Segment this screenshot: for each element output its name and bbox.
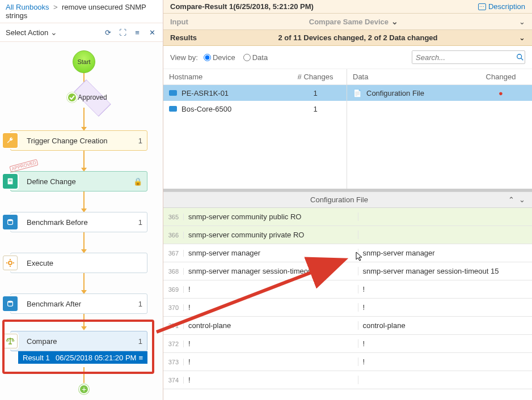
diff-left: control-plane: [184, 321, 358, 330]
step-count: 1: [138, 300, 142, 308]
changed-dot-icon: ●: [475, 89, 526, 97]
step-benchmark-after[interactable]: Benchmark After 1: [10, 293, 147, 314]
diff-row: 367snmp-server managersnmp-server manage…: [163, 244, 532, 262]
step-compare[interactable]: Compare 1: [10, 331, 147, 351]
right-panel: Compare-Result 1(6/25/2018, 5:21:20 PM) …: [163, 0, 532, 400]
device-table: Hostname # Changes PE-ASR1K-01 1 Bos-Cor…: [163, 69, 532, 192]
svg-rect-1: [9, 180, 11, 180]
diff-left: snmp-server manager: [184, 249, 358, 257]
step-execute[interactable]: Execute: [10, 253, 147, 273]
line-number: 367: [163, 250, 184, 257]
diff-right: snmp-server manager session-timeout 15: [358, 267, 533, 275]
connector-line: [83, 314, 85, 326]
line-number: 370: [163, 304, 184, 311]
step-title: Trigger Change Creation: [27, 137, 108, 145]
step-define-change[interactable]: APPROVED Define Change 🔒: [10, 171, 147, 192]
refresh-icon[interactable]: ⟳: [103, 27, 113, 37]
device-name: PE-ASR1K-01: [181, 89, 229, 97]
diff-row: 366snmp-server community private RO: [163, 226, 532, 244]
diff-row: 365snmp-server community public RO: [163, 208, 532, 226]
device-row[interactable]: PE-ASR1K-01 1: [163, 85, 347, 101]
connector-line: [83, 367, 85, 383]
viewby-device-radio[interactable]: Device: [204, 53, 235, 62]
diff-left: snmp-server community private RO: [184, 231, 358, 239]
database-icon: [3, 296, 18, 311]
step-trigger-change[interactable]: Trigger Change Creation 1: [10, 130, 147, 151]
diff-left: snmp-server community public RO: [184, 212, 358, 221]
viewby-data-radio[interactable]: Data: [243, 53, 268, 62]
close-icon[interactable]: ✕: [147, 27, 157, 37]
connector-line: [83, 273, 85, 290]
header-changed: Changed: [475, 73, 526, 81]
step-title: Benchmark Before: [27, 218, 88, 227]
device-changes: 1: [290, 89, 341, 97]
device-row[interactable]: Bos-Core-6500 1: [163, 101, 347, 117]
compare-result-item[interactable]: Result 1 06/25/2018 05:21:20 PM ≡: [18, 351, 147, 364]
diff-left: !: [184, 376, 358, 384]
diff-left: !: [184, 285, 358, 293]
data-name: Configuration File: [366, 89, 424, 97]
breadcrumb-root[interactable]: All Runbooks: [6, 3, 49, 11]
approved-badge: APPROVED: [9, 159, 39, 173]
config-title: Configuration File: [170, 195, 508, 204]
description-label: Description: [488, 2, 525, 11]
diff-row: 369!!: [163, 280, 532, 299]
svg-point-4: [9, 261, 12, 265]
compare-mode-dropdown[interactable]: Compare Same Device ⌄: [188, 17, 519, 26]
diff-left: !: [184, 358, 358, 366]
arrowhead-icon: [81, 326, 87, 330]
step-count: 1: [138, 218, 142, 227]
select-action-label: Select Action: [6, 28, 48, 37]
approved-node[interactable]: Approved: [53, 87, 116, 108]
menu-icon[interactable]: ≡: [132, 27, 142, 37]
diff-left: !: [184, 303, 358, 312]
search-input[interactable]: [412, 51, 515, 63]
focus-icon[interactable]: ⛶: [117, 27, 128, 37]
cursor-icon: [356, 252, 364, 262]
chevron-up-icon[interactable]: ⌃: [508, 195, 514, 204]
svg-point-9: [8, 301, 13, 303]
scale-icon: [3, 334, 18, 348]
device-icon: [169, 90, 177, 96]
description-link[interactable]: ⋯ Description: [478, 2, 525, 11]
diff-right: snmp-server manager: [358, 249, 533, 257]
compare-mode-label: Compare Same Device: [309, 18, 389, 26]
viewby-label: View by:: [170, 53, 198, 62]
left-panel: All Runbooks > remove unsecured SNMP str…: [0, 0, 163, 400]
diff-row: 374!: [163, 371, 532, 389]
search-icon[interactable]: [515, 51, 525, 63]
hamburger-icon[interactable]: ≡: [138, 354, 143, 362]
search-box: [412, 50, 525, 64]
device-column: Hostname # Changes PE-ASR1K-01 1 Bos-Cor…: [163, 69, 347, 189]
diff-body[interactable]: 365snmp-server community public RO366snm…: [163, 208, 532, 400]
radio-device[interactable]: [204, 54, 211, 61]
line-number: 369: [163, 286, 184, 293]
step-count: 1: [138, 337, 142, 346]
svg-line-14: [521, 58, 523, 61]
device-icon: [169, 106, 177, 112]
table-header: Data Changed: [347, 69, 532, 85]
radio-data-label: Data: [252, 53, 268, 62]
data-row[interactable]: 📄 Configuration File ●: [347, 85, 532, 101]
radio-data[interactable]: [243, 54, 251, 61]
add-step-button[interactable]: +: [79, 384, 89, 394]
step-benchmark-before[interactable]: Benchmark Before 1: [10, 212, 147, 232]
line-number: 372: [163, 341, 184, 347]
chevron-down-icon[interactable]: ⌄: [519, 33, 525, 42]
select-action-dropdown[interactable]: Select Action ⌄: [6, 28, 57, 37]
diff-right: control-plane: [358, 321, 533, 330]
data-column: Data Changed 📄 Configuration File ●: [347, 69, 532, 189]
gear-icon: [3, 256, 18, 270]
connector-line: [83, 232, 85, 249]
diff-left: !: [184, 339, 358, 348]
diff-row: 370!!: [163, 299, 532, 317]
connector-line: [83, 151, 85, 168]
chevron-down-icon[interactable]: ⌄: [519, 18, 525, 26]
start-node[interactable]: Start: [73, 50, 95, 73]
svg-rect-2: [9, 181, 11, 181]
chevron-down-icon[interactable]: ⌄: [519, 195, 525, 204]
compare-header: Compare-Result 1(6/25/2018, 5:21:20 PM) …: [163, 0, 532, 14]
header-data: Data: [353, 73, 475, 81]
database-icon: [3, 215, 18, 229]
breadcrumb-separator: >: [51, 3, 60, 11]
